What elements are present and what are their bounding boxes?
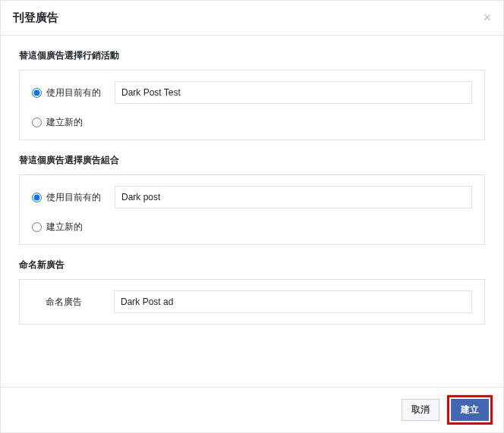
dialog-title: 刊登廣告 (13, 11, 58, 25)
campaign-section: 替這個廣告選擇行銷活動 使用目前有的 建立新的 (19, 49, 485, 140)
adset-existing-radio[interactable] (32, 193, 42, 202)
campaign-existing-input[interactable] (115, 81, 472, 104)
create-button[interactable]: 建立 (451, 399, 489, 421)
campaign-existing-radio[interactable] (32, 88, 42, 98)
campaign-section-title: 替這個廣告選擇行銷活動 (19, 49, 485, 62)
adname-label: 命名廣告 (32, 296, 114, 309)
adset-section-box: 使用目前有的 建立新的 (19, 174, 485, 245)
create-ad-dialog: 刊登廣告 × 替這個廣告選擇行銷活動 使用目前有的 建立新的 替這個廣告選擇廣告… (0, 0, 504, 433)
campaign-existing-row: 使用目前有的 (32, 81, 472, 104)
campaign-new-label: 建立新的 (46, 116, 115, 129)
dialog-header: 刊登廣告 × (1, 1, 503, 36)
adset-existing-label: 使用目前有的 (46, 191, 115, 204)
campaign-new-row: 建立新的 (32, 116, 472, 129)
adset-new-radio[interactable] (32, 222, 42, 232)
adset-section: 替這個廣告選擇廣告組合 使用目前有的 建立新的 (19, 154, 485, 245)
adset-section-title: 替這個廣告選擇廣告組合 (19, 154, 485, 167)
adname-input[interactable] (114, 290, 472, 313)
close-icon[interactable]: × (483, 10, 491, 26)
adname-section-box: 命名廣告 (19, 279, 485, 325)
adname-row: 命名廣告 (32, 290, 472, 313)
adset-existing-input[interactable] (115, 186, 472, 209)
adset-new-row: 建立新的 (32, 221, 472, 234)
adset-new-label: 建立新的 (46, 221, 115, 234)
cancel-button[interactable]: 取消 (402, 399, 439, 421)
dialog-body: 替這個廣告選擇行銷活動 使用目前有的 建立新的 替這個廣告選擇廣告組合 使用目前… (1, 36, 503, 387)
campaign-section-box: 使用目前有的 建立新的 (19, 70, 485, 140)
campaign-new-radio[interactable] (32, 118, 42, 127)
dialog-footer: 取消 建立 (1, 387, 503, 432)
adname-section: 命名新廣告 命名廣告 (19, 259, 485, 325)
create-button-highlight: 建立 (447, 395, 493, 425)
adset-existing-row: 使用目前有的 (32, 186, 472, 209)
campaign-existing-label: 使用目前有的 (46, 86, 115, 99)
adname-section-title: 命名新廣告 (19, 259, 485, 271)
